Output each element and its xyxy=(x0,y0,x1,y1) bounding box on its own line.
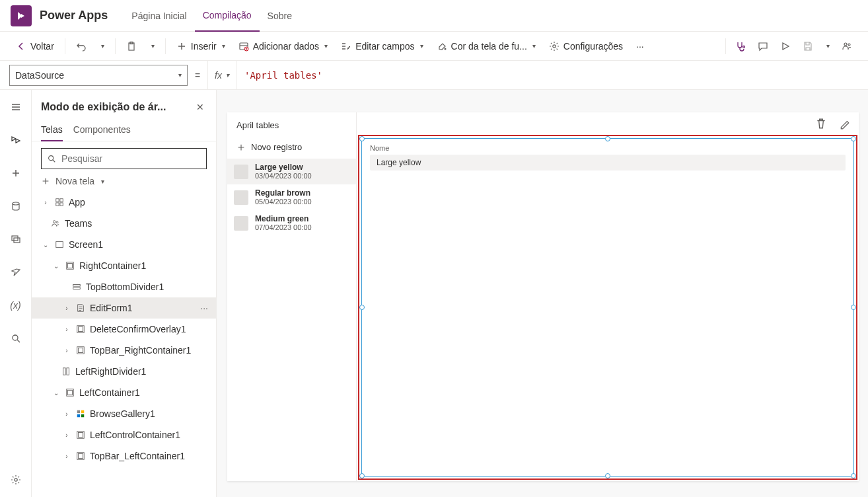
node-topbottom[interactable]: TopBottomDivider1 xyxy=(32,276,216,297)
rail-tree[interactable] xyxy=(5,130,26,151)
new-screen-button[interactable]: Nova tela ▾ xyxy=(32,176,216,192)
add-data-button[interactable]: Adicionar dados ▾ xyxy=(233,36,333,57)
rail-settings[interactable] xyxy=(5,469,26,490)
undo-button[interactable] xyxy=(71,36,92,57)
svg-rect-30 xyxy=(63,368,66,375)
resize-handle[interactable] xyxy=(359,305,365,310)
chevron-down-icon: ▾ xyxy=(151,42,155,50)
node-browse[interactable]: › BrowseGallery1 xyxy=(32,403,216,424)
chevron-down-icon: ▾ xyxy=(226,71,229,79)
tree-tab-components[interactable]: Componentes xyxy=(73,119,131,141)
rail-variables[interactable]: (x) xyxy=(5,295,26,316)
play-icon xyxy=(780,41,791,52)
app-canvas[interactable]: April tables Novo registro Large yellow … xyxy=(227,112,859,481)
field-value[interactable]: Large yellow xyxy=(370,155,846,171)
preview-button[interactable] xyxy=(775,36,796,57)
node-leftctrl[interactable]: › LeftControlContainer1 xyxy=(32,424,216,445)
rail-data[interactable] xyxy=(5,196,26,217)
resize-handle[interactable] xyxy=(851,305,856,310)
list-item[interactable]: Regular brown 05/04/2023 00:00 xyxy=(227,184,356,210)
node-label: DeleteConfirmOverlay1 xyxy=(90,324,211,334)
tab-about[interactable]: Sobre xyxy=(260,0,300,32)
tab-build[interactable]: Compilação xyxy=(195,0,260,32)
close-icon[interactable]: ✕ xyxy=(194,99,207,115)
resize-handle[interactable] xyxy=(605,473,610,478)
save-split[interactable]: ▾ xyxy=(820,36,835,57)
tree-search[interactable] xyxy=(41,148,207,169)
node-teams[interactable]: Teams xyxy=(32,213,216,234)
formula-input[interactable]: 'April tables' xyxy=(236,70,868,81)
node-leftright[interactable]: LeftRightDivider1 xyxy=(32,361,216,382)
node-screen1[interactable]: ⌄ Screen1 xyxy=(32,234,216,255)
node-deleteconfirm[interactable]: › DeleteConfirmOverlay1 xyxy=(32,319,216,340)
settings-button[interactable]: Configurações xyxy=(544,36,628,57)
bg-color-label: Cor da tela de fu... xyxy=(451,41,527,52)
chevron-right-icon: › xyxy=(62,346,71,355)
plus-icon xyxy=(236,143,246,152)
svg-rect-36 xyxy=(77,414,80,417)
svg-point-9 xyxy=(13,202,19,205)
more-icon: ··· xyxy=(636,41,644,52)
edit-fields-icon xyxy=(341,41,351,52)
resize-handle[interactable] xyxy=(359,473,365,478)
list-item[interactable]: Medium green 07/04/2023 00:00 xyxy=(227,210,356,236)
delete-icon[interactable] xyxy=(815,118,827,130)
tree-tab-screens[interactable]: Telas xyxy=(41,119,63,141)
svg-rect-16 xyxy=(60,199,63,202)
form-body: Nome Large yellow xyxy=(370,144,846,171)
list-item[interactable]: Large yellow 03/04/2023 00:00 xyxy=(227,159,356,184)
undo-icon xyxy=(76,41,87,52)
resize-handle[interactable] xyxy=(359,136,365,141)
node-right-container[interactable]: ⌄ RightContainer1 xyxy=(32,255,216,276)
edit-fields-button[interactable]: Editar campos ▾ xyxy=(336,36,428,57)
rail-hamburger[interactable] xyxy=(5,96,26,118)
list-title: April tables xyxy=(227,112,356,138)
node-left-container[interactable]: ⌄ LeftContainer1 xyxy=(32,382,216,403)
search-input[interactable] xyxy=(61,153,201,164)
node-topbar-left[interactable]: › TopBar_LeftContainer1 xyxy=(32,445,216,467)
paste-split[interactable]: ▾ xyxy=(145,36,160,57)
node-topbar-right[interactable]: › TopBar_RightContainer1 xyxy=(32,340,216,361)
chevron-right-icon: › xyxy=(62,325,71,334)
resize-handle[interactable] xyxy=(851,473,856,478)
rail-insert[interactable] xyxy=(5,163,26,184)
rail-media[interactable] xyxy=(5,229,26,250)
insert-button[interactable]: Inserir ▾ xyxy=(171,36,231,57)
chevron-down-icon: ▾ xyxy=(420,42,423,50)
bg-color-button[interactable]: Cor da tela de fu... ▾ xyxy=(431,36,541,57)
save-button[interactable] xyxy=(797,36,818,57)
chevron-down-icon: ▾ xyxy=(101,178,104,185)
property-dropdown[interactable]: DataSource ▾ xyxy=(9,65,188,86)
comments-button[interactable] xyxy=(752,36,774,57)
chevron-down-icon: ▾ xyxy=(324,42,328,50)
svg-rect-18 xyxy=(60,203,63,206)
publish-button[interactable] xyxy=(836,36,857,57)
item-name: Large yellow xyxy=(255,163,312,172)
rail-search[interactable] xyxy=(5,328,26,349)
rail-flow[interactable] xyxy=(5,262,26,283)
edit-icon[interactable] xyxy=(839,118,851,130)
fx-button[interactable]: fx ▾ xyxy=(207,61,236,90)
more-icon[interactable]: ··· xyxy=(198,303,211,313)
node-label: TopBar_LeftContainer1 xyxy=(90,451,211,461)
node-editform[interactable]: › EditForm1 ··· xyxy=(32,297,216,319)
tab-home[interactable]: Página Inicial xyxy=(124,0,194,32)
paste-button[interactable] xyxy=(121,36,142,57)
chevron-right-icon: › xyxy=(62,451,71,461)
new-record-button[interactable]: Novo registro xyxy=(227,138,356,159)
checker-button[interactable] xyxy=(730,36,751,57)
overflow-button[interactable]: ··· xyxy=(631,36,649,57)
left-rail: (x) xyxy=(0,90,32,497)
node-app[interactable]: › App xyxy=(32,192,216,213)
item-name: Regular brown xyxy=(255,188,312,198)
resize-handle[interactable] xyxy=(605,136,610,141)
thumbnail xyxy=(234,216,248,231)
chevron-down-icon: ▾ xyxy=(532,42,536,50)
edit-fields-label: Editar campos xyxy=(355,41,414,52)
thumbnail xyxy=(234,165,248,179)
back-button[interactable]: Voltar xyxy=(11,36,59,57)
resize-handle[interactable] xyxy=(851,136,856,141)
node-label: EditForm1 xyxy=(90,303,194,313)
undo-split[interactable]: ▾ xyxy=(94,36,110,57)
svg-rect-39 xyxy=(79,433,83,438)
